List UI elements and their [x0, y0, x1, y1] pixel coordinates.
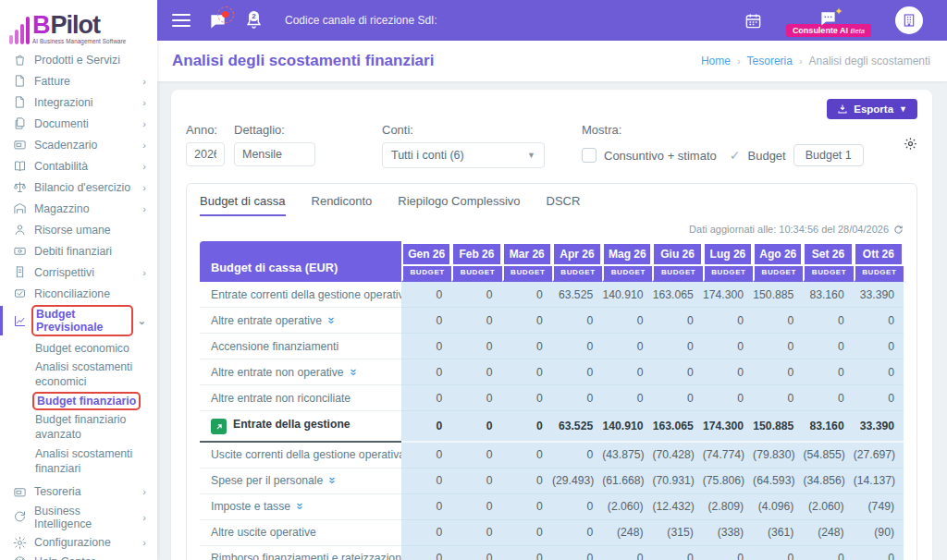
sidebar-item-riconciliazione[interactable]: Riconciliazione	[0, 283, 157, 304]
refresh-icon[interactable]	[893, 225, 904, 235]
table-cell: 0	[401, 443, 451, 469]
row-label[interactable]: Uscite correnti della gestione operativa	[200, 443, 401, 469]
sidebar-item-risorse-umane[interactable]: Risorse umane	[0, 219, 157, 240]
sidebar-item-contabilit[interactable]: Contabilità›	[0, 155, 157, 177]
sidebar-item-prodotti-e-servizi[interactable]: Prodotti e Servizi	[0, 49, 157, 70]
table-cell: 174.300	[703, 411, 753, 443]
sidebar-item-debiti-finanziari[interactable]: Debiti finanziari	[0, 240, 157, 262]
table-cell: 0	[652, 308, 702, 334]
budget-table: Budget di cassa (EUR) Gen 26Feb 26Mar 26…	[200, 241, 904, 560]
consuntivo-checkbox[interactable]	[582, 148, 596, 163]
month-header-apr-26: Apr 26	[552, 241, 602, 266]
month-header-label: Gen 26	[403, 244, 449, 264]
company-building-icon[interactable]	[895, 6, 923, 34]
table-cell: 0	[502, 385, 552, 411]
sidebar-item-business-intelligence[interactable]: Business Intelligence›	[0, 502, 157, 533]
sidebar-item-tesoreria[interactable]: Tesoreria›	[0, 482, 157, 502]
sidebar-item-integrazioni[interactable]: Integrazioni›	[0, 91, 157, 113]
tab-rendiconto[interactable]: Rendiconto	[312, 194, 373, 216]
table-cell: 0	[703, 308, 753, 334]
sidebar-subitem-budget-finanziario-avanzato[interactable]: Budget finanziario avanzato	[35, 411, 148, 444]
row-label[interactable]: Imposte e tasse	[200, 494, 401, 520]
tab-riepilogo-complessivo[interactable]: Riepilogo Complessivo	[398, 194, 520, 216]
chat-icon[interactable]	[209, 12, 227, 30]
dettaglio-input[interactable]	[234, 142, 315, 166]
table-cell: (34.856)	[803, 469, 853, 494]
chevrons-down-icon[interactable]	[326, 314, 336, 327]
table-cell: 0	[854, 385, 904, 411]
table-cell: 0	[803, 334, 853, 359]
table-row-altre-entrate-operative: Altre entrate operative0000000000	[200, 308, 904, 334]
budget1-chip[interactable]: Budget 1	[793, 144, 864, 166]
chevron-right-icon: ›	[142, 161, 146, 172]
tab-budget-di-cassa[interactable]: Budget di cassa	[200, 194, 286, 216]
breadcrumb-tesoreria[interactable]: Tesoreria	[747, 55, 793, 67]
sidebar-subitem-label: Analisi scostamenti economici	[35, 360, 132, 388]
table-cell: 0	[552, 359, 602, 385]
row-label-text: Imposte e tasse	[211, 500, 290, 513]
sidebar-item-magazzino[interactable]: Magazzino›	[0, 198, 157, 219]
row-label[interactable]: Entrate correnti della gestione operativ…	[200, 282, 401, 308]
brand-logo[interactable]: BPilot AI Business Management Software	[0, 0, 157, 46]
row-label[interactable]: Spese per il personale	[200, 469, 401, 494]
table-cell: 0	[401, 308, 451, 334]
sidebar-item-label: Tesoreria	[34, 485, 81, 498]
table-cell: 0	[602, 308, 652, 334]
hamburger-menu-icon[interactable]	[172, 10, 191, 30]
table-cell: 0	[401, 546, 451, 560]
table-cell: 0	[451, 546, 501, 560]
table-cell: (248)	[803, 520, 853, 546]
annotation-circle	[217, 6, 234, 23]
sidebar-item-help-center[interactable]: Help Center›	[0, 553, 157, 560]
row-label[interactable]: Altre entrate operative	[200, 308, 401, 334]
row-label-text: Altre entrate non operative	[211, 366, 344, 379]
sidebar-item-budget-previsionale[interactable]: Budget Previsionale⌄	[0, 304, 157, 337]
table-cell: 140.910	[602, 282, 652, 308]
chevrons-down-icon[interactable]	[295, 500, 304, 513]
row-label[interactable]: Altre entrate non operative	[200, 359, 401, 385]
file-icon	[13, 74, 27, 88]
table-cell: 0	[401, 385, 451, 411]
table-row-imposte-e-tasse: Imposte e tasse0000(2.060)(12.432)(2.809…	[200, 494, 904, 520]
consulente-ai-button[interactable]: ✦ Consulente AI Beta	[786, 9, 871, 37]
row-label-text: Entrate della gestione	[233, 418, 351, 431]
table-title: Budget di cassa (EUR)	[200, 241, 401, 282]
calendar-icon[interactable]	[744, 12, 762, 30]
chevrons-down-icon[interactable]	[349, 366, 358, 379]
table-cell: 33.390	[854, 282, 904, 308]
bell-icon[interactable]: 2	[245, 12, 263, 30]
month-header-label: Ott 26	[855, 244, 902, 264]
conti-select[interactable]: Tutti i conti (6) ▼	[382, 142, 545, 168]
sidebar-item-fatture[interactable]: Fatture›	[0, 70, 157, 91]
table-cell: 0	[502, 411, 552, 443]
sidebar-item-configurazione[interactable]: Configurazione›	[0, 533, 157, 553]
tab-dscr[interactable]: DSCR	[547, 194, 581, 216]
chevrons-down-icon[interactable]	[327, 474, 337, 487]
sidebar-item-label: Scadenzario	[34, 139, 97, 152]
anno-input[interactable]	[186, 142, 225, 166]
sidebar-submenu: Budget economicoAnalisi scostamenti econ…	[0, 337, 157, 482]
sidebar-item-bilancio-d-esercizio[interactable]: Bilancio d'esercizio›	[0, 177, 157, 198]
breadcrumb-home[interactable]: Home	[701, 55, 731, 67]
table-cell: (74.774)	[703, 443, 753, 469]
settings-gear-icon[interactable]	[904, 137, 917, 154]
sidebar-item-scadenzario[interactable]: Scadenzario›	[0, 134, 157, 155]
book-icon	[13, 159, 27, 173]
table-cell: 0	[552, 308, 602, 334]
sidebar-item-label: Magazzino	[34, 202, 89, 215]
export-button[interactable]: Esporta ▼	[827, 99, 917, 119]
sidebar-subitem-budget-economico[interactable]: Budget economico	[35, 339, 148, 359]
help-icon	[13, 555, 27, 560]
table-cell: 0	[401, 469, 451, 494]
budget-subheader: BUDGET	[401, 266, 451, 282]
sidebar-subitem-analisi-scostamenti-economici[interactable]: Analisi scostamenti economici	[35, 359, 148, 392]
table-cell: 0	[803, 308, 853, 334]
month-header-ott-26: Ott 26	[854, 241, 904, 266]
table-cell: 0	[552, 334, 602, 359]
row-label: Entrate della gestione	[200, 411, 401, 443]
anno-label: Anno:	[186, 123, 225, 137]
sidebar-subitem-budget-finanziario[interactable]: Budget finanziario	[35, 392, 148, 411]
sidebar-subitem-analisi-scostamenti-finanziari[interactable]: Analisi scostamenti finanziari	[35, 444, 148, 478]
sidebar-item-corrispettivi[interactable]: Corrispettivi›	[0, 262, 157, 283]
sidebar-item-documenti[interactable]: Documenti›	[0, 113, 157, 134]
